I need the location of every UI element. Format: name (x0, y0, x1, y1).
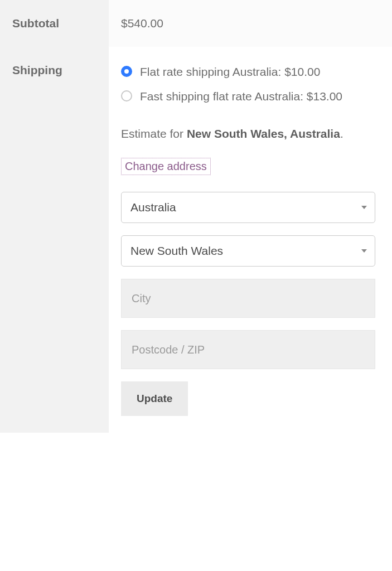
radio-unselected-icon[interactable] (121, 90, 132, 101)
shipping-option[interactable]: Flat rate shipping Australia: $10.00 (121, 64, 375, 80)
chevron-down-icon (361, 206, 367, 209)
state-value: New South Wales (130, 244, 223, 258)
city-input[interactable] (121, 279, 375, 318)
estimate-prefix: Estimate for (121, 127, 187, 140)
update-button[interactable]: Update (121, 381, 188, 416)
state-select[interactable]: New South Wales (121, 235, 375, 267)
chevron-down-icon (361, 249, 367, 253)
country-select[interactable]: Australia (121, 192, 375, 223)
change-address-link[interactable]: Change address (121, 158, 211, 175)
estimate-location: New South Wales, Australia (187, 127, 340, 140)
estimate-suffix: . (340, 127, 343, 140)
country-value: Australia (130, 201, 176, 214)
shipping-options: Flat rate shipping Australia: $10.00 Fas… (121, 64, 375, 105)
postcode-input[interactable] (121, 330, 375, 369)
shipping-row: Shipping Flat rate shipping Australia: $… (0, 47, 392, 433)
shipping-option-label: Fast shipping flat rate Australia: $13.0… (140, 88, 375, 105)
subtotal-row: Subtotal $540.00 (0, 0, 392, 47)
subtotal-value: $540.00 (121, 17, 163, 30)
shipping-label: Shipping (0, 47, 109, 433)
shipping-estimate: Estimate for New South Wales, Australia. (121, 125, 375, 142)
subtotal-label: Subtotal (0, 0, 109, 47)
shipping-option-label: Flat rate shipping Australia: $10.00 (140, 64, 375, 80)
shipping-option[interactable]: Fast shipping flat rate Australia: $13.0… (121, 88, 375, 105)
radio-selected-icon[interactable] (121, 66, 132, 77)
